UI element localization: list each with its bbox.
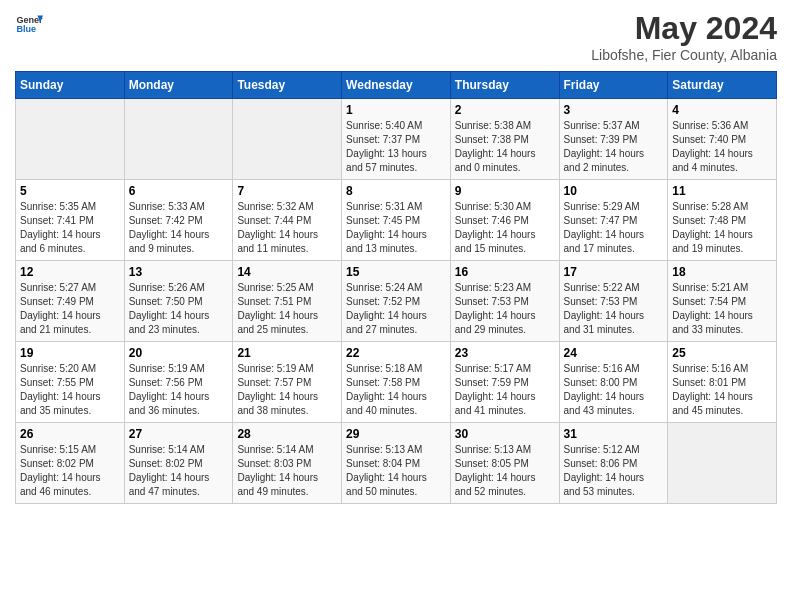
day-cell: 6Sunrise: 5:33 AMSunset: 7:42 PMDaylight… — [124, 180, 233, 261]
day-number: 30 — [455, 427, 555, 441]
sunrise-text: Sunrise: 5:15 AM — [20, 443, 120, 457]
day-cell: 10Sunrise: 5:29 AMSunset: 7:47 PMDayligh… — [559, 180, 668, 261]
day-info: Sunrise: 5:14 AMSunset: 8:02 PMDaylight:… — [129, 443, 229, 499]
day-number: 3 — [564, 103, 664, 117]
sunset-text: Sunset: 7:41 PM — [20, 214, 120, 228]
daylight-text: Daylight: 14 hours and 13 minutes. — [346, 228, 446, 256]
sunrise-text: Sunrise: 5:31 AM — [346, 200, 446, 214]
day-number: 22 — [346, 346, 446, 360]
sunset-text: Sunset: 7:44 PM — [237, 214, 337, 228]
day-cell — [16, 99, 125, 180]
day-number: 11 — [672, 184, 772, 198]
day-info: Sunrise: 5:20 AMSunset: 7:55 PMDaylight:… — [20, 362, 120, 418]
sunrise-text: Sunrise: 5:37 AM — [564, 119, 664, 133]
logo-icon: General Blue — [15, 10, 43, 38]
sunset-text: Sunset: 7:52 PM — [346, 295, 446, 309]
sunset-text: Sunset: 8:00 PM — [564, 376, 664, 390]
day-cell: 25Sunrise: 5:16 AMSunset: 8:01 PMDayligh… — [668, 342, 777, 423]
header-cell-sunday: Sunday — [16, 72, 125, 99]
day-number: 17 — [564, 265, 664, 279]
sunset-text: Sunset: 7:57 PM — [237, 376, 337, 390]
day-number: 9 — [455, 184, 555, 198]
sunset-text: Sunset: 7:58 PM — [346, 376, 446, 390]
day-info: Sunrise: 5:22 AMSunset: 7:53 PMDaylight:… — [564, 281, 664, 337]
day-info: Sunrise: 5:38 AMSunset: 7:38 PMDaylight:… — [455, 119, 555, 175]
sunset-text: Sunset: 7:55 PM — [20, 376, 120, 390]
sunrise-text: Sunrise: 5:14 AM — [237, 443, 337, 457]
sunrise-text: Sunrise: 5:23 AM — [455, 281, 555, 295]
sunset-text: Sunset: 7:42 PM — [129, 214, 229, 228]
day-number: 1 — [346, 103, 446, 117]
daylight-text: Daylight: 14 hours and 17 minutes. — [564, 228, 664, 256]
sunrise-text: Sunrise: 5:38 AM — [455, 119, 555, 133]
sunset-text: Sunset: 7:48 PM — [672, 214, 772, 228]
day-cell: 14Sunrise: 5:25 AMSunset: 7:51 PMDayligh… — [233, 261, 342, 342]
sunrise-text: Sunrise: 5:27 AM — [20, 281, 120, 295]
calendar-header: SundayMondayTuesdayWednesdayThursdayFrid… — [16, 72, 777, 99]
day-number: 16 — [455, 265, 555, 279]
daylight-text: Daylight: 14 hours and 53 minutes. — [564, 471, 664, 499]
day-info: Sunrise: 5:17 AMSunset: 7:59 PMDaylight:… — [455, 362, 555, 418]
day-number: 4 — [672, 103, 772, 117]
day-info: Sunrise: 5:32 AMSunset: 7:44 PMDaylight:… — [237, 200, 337, 256]
sunset-text: Sunset: 7:40 PM — [672, 133, 772, 147]
sunset-text: Sunset: 7:59 PM — [455, 376, 555, 390]
day-cell: 3Sunrise: 5:37 AMSunset: 7:39 PMDaylight… — [559, 99, 668, 180]
day-number: 25 — [672, 346, 772, 360]
day-info: Sunrise: 5:13 AMSunset: 8:05 PMDaylight:… — [455, 443, 555, 499]
day-info: Sunrise: 5:26 AMSunset: 7:50 PMDaylight:… — [129, 281, 229, 337]
day-cell: 26Sunrise: 5:15 AMSunset: 8:02 PMDayligh… — [16, 423, 125, 504]
header-cell-thursday: Thursday — [450, 72, 559, 99]
sunrise-text: Sunrise: 5:16 AM — [564, 362, 664, 376]
day-cell: 31Sunrise: 5:12 AMSunset: 8:06 PMDayligh… — [559, 423, 668, 504]
sunset-text: Sunset: 7:50 PM — [129, 295, 229, 309]
day-number: 23 — [455, 346, 555, 360]
sunrise-text: Sunrise: 5:35 AM — [20, 200, 120, 214]
daylight-text: Daylight: 14 hours and 33 minutes. — [672, 309, 772, 337]
day-info: Sunrise: 5:28 AMSunset: 7:48 PMDaylight:… — [672, 200, 772, 256]
sunset-text: Sunset: 7:47 PM — [564, 214, 664, 228]
sunrise-text: Sunrise: 5:40 AM — [346, 119, 446, 133]
sunset-text: Sunset: 7:38 PM — [455, 133, 555, 147]
day-number: 29 — [346, 427, 446, 441]
daylight-text: Daylight: 14 hours and 21 minutes. — [20, 309, 120, 337]
daylight-text: Daylight: 14 hours and 0 minutes. — [455, 147, 555, 175]
sunrise-text: Sunrise: 5:19 AM — [129, 362, 229, 376]
sunrise-text: Sunrise: 5:25 AM — [237, 281, 337, 295]
sunrise-text: Sunrise: 5:29 AM — [564, 200, 664, 214]
daylight-text: Daylight: 14 hours and 2 minutes. — [564, 147, 664, 175]
day-number: 2 — [455, 103, 555, 117]
sunrise-text: Sunrise: 5:36 AM — [672, 119, 772, 133]
sunrise-text: Sunrise: 5:18 AM — [346, 362, 446, 376]
header-cell-tuesday: Tuesday — [233, 72, 342, 99]
day-info: Sunrise: 5:13 AMSunset: 8:04 PMDaylight:… — [346, 443, 446, 499]
day-number: 21 — [237, 346, 337, 360]
header-cell-saturday: Saturday — [668, 72, 777, 99]
day-number: 27 — [129, 427, 229, 441]
daylight-text: Daylight: 14 hours and 35 minutes. — [20, 390, 120, 418]
day-number: 20 — [129, 346, 229, 360]
week-row-5: 26Sunrise: 5:15 AMSunset: 8:02 PMDayligh… — [16, 423, 777, 504]
sunset-text: Sunset: 7:37 PM — [346, 133, 446, 147]
day-number: 31 — [564, 427, 664, 441]
day-info: Sunrise: 5:31 AMSunset: 7:45 PMDaylight:… — [346, 200, 446, 256]
sunrise-text: Sunrise: 5:13 AM — [455, 443, 555, 457]
day-cell: 16Sunrise: 5:23 AMSunset: 7:53 PMDayligh… — [450, 261, 559, 342]
day-info: Sunrise: 5:37 AMSunset: 7:39 PMDaylight:… — [564, 119, 664, 175]
day-cell: 24Sunrise: 5:16 AMSunset: 8:00 PMDayligh… — [559, 342, 668, 423]
daylight-text: Daylight: 14 hours and 41 minutes. — [455, 390, 555, 418]
daylight-text: Daylight: 14 hours and 47 minutes. — [129, 471, 229, 499]
day-info: Sunrise: 5:36 AMSunset: 7:40 PMDaylight:… — [672, 119, 772, 175]
daylight-text: Daylight: 14 hours and 36 minutes. — [129, 390, 229, 418]
day-cell: 22Sunrise: 5:18 AMSunset: 7:58 PMDayligh… — [342, 342, 451, 423]
day-info: Sunrise: 5:19 AMSunset: 7:56 PMDaylight:… — [129, 362, 229, 418]
sunrise-text: Sunrise: 5:21 AM — [672, 281, 772, 295]
day-number: 24 — [564, 346, 664, 360]
day-cell: 5Sunrise: 5:35 AMSunset: 7:41 PMDaylight… — [16, 180, 125, 261]
day-cell: 19Sunrise: 5:20 AMSunset: 7:55 PMDayligh… — [16, 342, 125, 423]
sunrise-text: Sunrise: 5:22 AM — [564, 281, 664, 295]
day-info: Sunrise: 5:25 AMSunset: 7:51 PMDaylight:… — [237, 281, 337, 337]
day-cell: 17Sunrise: 5:22 AMSunset: 7:53 PMDayligh… — [559, 261, 668, 342]
sunrise-text: Sunrise: 5:28 AM — [672, 200, 772, 214]
sunrise-text: Sunrise: 5:13 AM — [346, 443, 446, 457]
